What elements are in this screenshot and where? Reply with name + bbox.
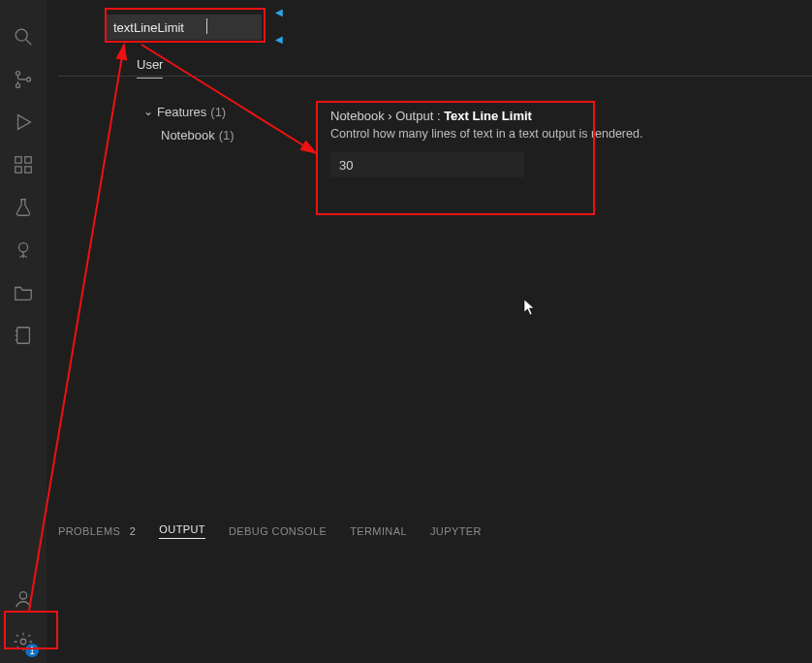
split-marker-icon: ◀ — [275, 7, 283, 17]
mouse-cursor-icon — [523, 299, 537, 316]
annotation-arrows — [0, 0, 812, 663]
account-icon[interactable] — [0, 578, 47, 620]
panel-tab-debug-console[interactable]: DEBUG CONSOLE — [229, 525, 327, 537]
panel-tabs: PROBLEMS 2 OUTPUT DEBUG CONSOLE TERMINAL… — [58, 523, 482, 539]
setting-value-input[interactable] — [330, 152, 524, 177]
notebook-icon[interactable] — [0, 314, 47, 357]
svg-point-16 — [20, 639, 26, 645]
search-icon[interactable] — [0, 16, 47, 58]
run-icon[interactable] — [0, 101, 47, 143]
activity-bar: 1 — [0, 0, 47, 663]
text-cursor — [206, 18, 207, 34]
svg-point-3 — [16, 83, 19, 87]
svg-point-2 — [16, 72, 19, 76]
panel-tab-jupyter[interactable]: JUPYTER — [430, 525, 482, 537]
split-marker-icon: ◀ — [275, 34, 283, 45]
svg-point-0 — [16, 29, 27, 41]
gear-badge: 1 — [25, 644, 39, 657]
svg-rect-11 — [17, 328, 30, 344]
setting-name: Text Line Limit — [444, 109, 532, 123]
setting-title: Notebook › Output : Text Line Limit — [330, 109, 766, 123]
setting-text-line-limit: Notebook › Output : Text Line Limit Cont… — [330, 109, 766, 177]
svg-marker-5 — [18, 115, 31, 130]
tree-group-label: Features — [157, 105, 206, 119]
tree-item-notebook[interactable]: Notebook (1) — [161, 124, 234, 145]
extensions-icon[interactable] — [0, 143, 47, 186]
svg-rect-6 — [16, 157, 21, 163]
svg-point-15 — [19, 592, 26, 599]
problems-count: 2 — [124, 525, 137, 537]
svg-rect-9 — [25, 157, 31, 163]
tree-item-count: (1) — [219, 128, 234, 142]
setting-breadcrumb-1: Notebook — [330, 109, 385, 123]
panel-tab-problems[interactable]: PROBLEMS 2 — [58, 525, 136, 537]
panel-tab-label: PROBLEMS — [58, 525, 120, 537]
folder-icon[interactable] — [0, 271, 47, 314]
environment-icon[interactable] — [0, 229, 47, 271]
svg-rect-8 — [25, 167, 31, 173]
setting-description: Control how many lines of text in a text… — [330, 127, 766, 141]
svg-rect-7 — [16, 167, 21, 173]
svg-line-1 — [26, 40, 32, 46]
panel-tab-output[interactable]: OUTPUT — [159, 523, 205, 539]
chevron-down-icon: ⌄ — [143, 105, 153, 118]
scope-divider — [58, 76, 812, 77]
svg-point-4 — [26, 78, 30, 81]
tree-item-label: Notebook — [161, 128, 215, 142]
setting-breadcrumb-2: Output — [395, 109, 433, 123]
tree-group-features[interactable]: ⌄ Features (1) — [143, 101, 234, 122]
panel-tab-terminal[interactable]: TERMINAL — [350, 525, 407, 537]
settings-search-wrap — [107, 15, 271, 42]
source-control-icon[interactable] — [0, 58, 47, 101]
settings-search-input[interactable] — [107, 15, 262, 40]
flask-icon[interactable] — [0, 186, 47, 229]
svg-point-10 — [18, 243, 27, 252]
tree-group-count: (1) — [210, 105, 226, 119]
manage-gear-icon[interactable]: 1 — [0, 620, 47, 663]
settings-tree: ⌄ Features (1) Notebook (1) — [143, 101, 234, 145]
